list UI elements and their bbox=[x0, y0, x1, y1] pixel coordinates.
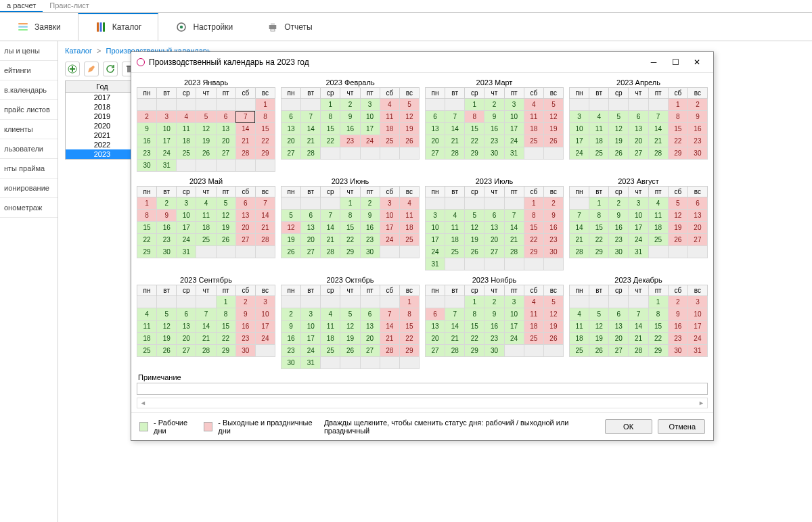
day-cell[interactable]: 29 bbox=[589, 246, 609, 258]
day-cell[interactable]: 13 bbox=[281, 123, 301, 135]
day-cell[interactable]: 14 bbox=[255, 210, 275, 222]
day-cell[interactable]: 25 bbox=[380, 135, 399, 147]
day-cell[interactable]: 16 bbox=[360, 222, 380, 234]
day-cell[interactable]: 6 bbox=[281, 111, 301, 123]
day-cell[interactable]: 30 bbox=[484, 147, 504, 160]
day-cell[interactable]: 30 bbox=[157, 246, 177, 258]
day-cell[interactable]: 1 bbox=[524, 197, 543, 210]
day-cell[interactable]: 10 bbox=[570, 123, 589, 135]
day-cell[interactable]: 31 bbox=[687, 345, 707, 357]
top-tab[interactable]: Праис-лист bbox=[43, 0, 96, 12]
day-cell[interactable]: 7 bbox=[235, 111, 255, 123]
day-cell[interactable]: 25 bbox=[445, 246, 465, 258]
day-cell[interactable]: 6 bbox=[301, 210, 321, 222]
day-cell[interactable]: 29 bbox=[137, 246, 157, 258]
day-cell[interactable]: 2 bbox=[609, 197, 629, 210]
day-cell[interactable]: 11 bbox=[399, 210, 419, 222]
day-cell[interactable]: 8 bbox=[668, 111, 687, 123]
day-cell[interactable]: 2 bbox=[137, 111, 157, 123]
day-cell[interactable]: 12 bbox=[216, 210, 235, 222]
day-cell[interactable]: 3 bbox=[629, 197, 648, 210]
day-cell[interactable]: 19 bbox=[609, 135, 629, 147]
day-cell[interactable]: 27 bbox=[301, 246, 321, 258]
day-cell[interactable]: 4 bbox=[648, 197, 668, 210]
day-cell[interactable]: 11 bbox=[524, 111, 543, 123]
day-cell[interactable]: 29 bbox=[216, 345, 235, 357]
day-cell[interactable]: 1 bbox=[321, 99, 340, 111]
day-cell[interactable]: 24 bbox=[504, 135, 524, 147]
day-cell[interactable]: 12 bbox=[543, 111, 563, 123]
day-cell[interactable]: 17 bbox=[157, 135, 177, 147]
day-cell[interactable]: 13 bbox=[426, 123, 445, 135]
day-cell[interactable]: 20 bbox=[687, 222, 707, 234]
day-cell[interactable]: 3 bbox=[255, 296, 275, 308]
day-cell[interactable]: 2 bbox=[157, 197, 177, 210]
day-cell[interactable]: 8 bbox=[321, 111, 340, 123]
day-cell[interactable]: 15 bbox=[321, 123, 340, 135]
day-cell[interactable]: 7 bbox=[196, 308, 216, 321]
day-cell[interactable]: 21 bbox=[196, 333, 216, 345]
day-cell[interactable]: 16 bbox=[484, 321, 504, 333]
year-column-header[interactable]: Год bbox=[66, 81, 139, 93]
year-row[interactable]: 2018 bbox=[66, 102, 139, 112]
day-cell[interactable]: 30 bbox=[668, 345, 687, 357]
day-cell[interactable]: 7 bbox=[255, 197, 275, 210]
day-cell[interactable]: 22 bbox=[137, 234, 157, 246]
day-cell[interactable]: 25 bbox=[137, 345, 157, 357]
day-cell[interactable]: 7 bbox=[504, 210, 524, 222]
day-cell[interactable]: 24 bbox=[504, 333, 524, 345]
day-cell[interactable]: 29 bbox=[465, 147, 484, 160]
day-cell[interactable]: 25 bbox=[524, 135, 543, 147]
day-cell[interactable]: 15 bbox=[255, 123, 275, 135]
day-cell[interactable]: 22 bbox=[589, 234, 609, 246]
day-cell[interactable]: 11 bbox=[321, 321, 340, 333]
sidebar-item[interactable]: льзователи bbox=[0, 139, 58, 159]
day-cell[interactable]: 19 bbox=[668, 222, 687, 234]
day-cell[interactable]: 27 bbox=[360, 345, 380, 357]
day-cell[interactable]: 27 bbox=[235, 234, 255, 246]
day-cell[interactable]: 15 bbox=[465, 123, 484, 135]
day-cell[interactable]: 13 bbox=[235, 210, 255, 222]
day-cell[interactable]: 24 bbox=[301, 345, 321, 357]
day-cell[interactable]: 11 bbox=[648, 210, 668, 222]
day-cell[interactable]: 31 bbox=[504, 147, 524, 160]
day-cell[interactable]: 18 bbox=[589, 135, 609, 147]
day-cell[interactable]: 26 bbox=[543, 135, 563, 147]
breadcrumb-root[interactable]: Каталог bbox=[65, 47, 92, 55]
day-cell[interactable]: 13 bbox=[360, 321, 380, 333]
day-cell[interactable]: 11 bbox=[589, 123, 609, 135]
day-cell[interactable]: 25 bbox=[589, 147, 609, 160]
day-cell[interactable]: 18 bbox=[524, 123, 543, 135]
day-cell[interactable]: 7 bbox=[445, 111, 465, 123]
day-cell[interactable]: 10 bbox=[177, 210, 196, 222]
day-cell[interactable]: 30 bbox=[543, 246, 563, 258]
day-cell[interactable]: 22 bbox=[668, 135, 687, 147]
day-cell[interactable]: 21 bbox=[648, 135, 668, 147]
day-cell[interactable]: 1 bbox=[589, 197, 609, 210]
day-cell[interactable]: 3 bbox=[360, 99, 380, 111]
tab-orders[interactable]: Заявки bbox=[0, 13, 78, 41]
edit-button[interactable] bbox=[84, 62, 99, 76]
day-cell[interactable]: 17 bbox=[360, 123, 380, 135]
day-cell[interactable]: 15 bbox=[399, 321, 419, 333]
day-cell[interactable]: 18 bbox=[137, 333, 157, 345]
day-cell[interactable]: 15 bbox=[524, 222, 543, 234]
day-cell[interactable]: 25 bbox=[399, 234, 419, 246]
day-cell[interactable]: 5 bbox=[668, 197, 687, 210]
day-cell[interactable]: 12 bbox=[399, 111, 419, 123]
year-row[interactable]: 2019 bbox=[66, 112, 139, 121]
day-cell[interactable]: 9 bbox=[668, 308, 687, 321]
day-cell[interactable]: 21 bbox=[301, 135, 321, 147]
day-cell[interactable]: 10 bbox=[380, 210, 399, 222]
day-cell[interactable]: 24 bbox=[629, 234, 648, 246]
day-cell[interactable]: 14 bbox=[196, 321, 216, 333]
day-cell[interactable]: 16 bbox=[235, 321, 255, 333]
day-cell[interactable]: 5 bbox=[340, 308, 360, 321]
day-cell[interactable]: 4 bbox=[445, 210, 465, 222]
day-cell[interactable]: 1 bbox=[340, 197, 360, 210]
day-cell[interactable]: 6 bbox=[235, 197, 255, 210]
day-cell[interactable]: 3 bbox=[687, 296, 707, 308]
day-cell[interactable]: 14 bbox=[445, 123, 465, 135]
day-cell[interactable]: 16 bbox=[484, 123, 504, 135]
day-cell[interactable]: 24 bbox=[570, 147, 589, 160]
